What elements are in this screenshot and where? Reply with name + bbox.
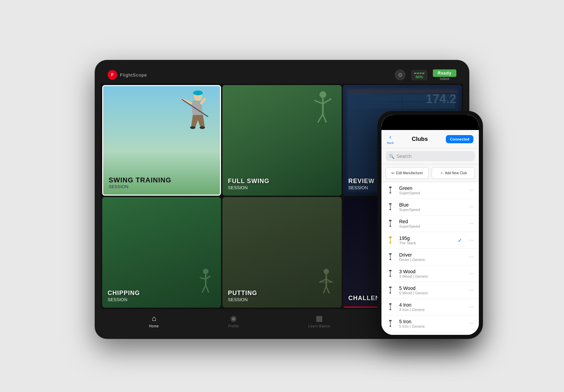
club-icon <box>386 185 395 195</box>
club-menu-icon[interactable]: ··· <box>468 254 475 260</box>
club-info: Driver Driver | Generic <box>399 252 464 262</box>
search-input-wrap[interactable]: 🔍 Search <box>386 151 475 161</box>
selected-checkmark-icon: ✓ <box>458 237 462 244</box>
tablet-logo: F FlightScope <box>108 70 147 80</box>
svg-line-10 <box>201 99 205 103</box>
svg-point-27 <box>389 186 392 188</box>
club-name: 3 Wood <box>399 269 464 274</box>
club-list-item[interactable]: Red SuperSpeed ··· <box>381 215 479 232</box>
club-list-item[interactable]: Green SuperSpeed ··· <box>381 182 479 199</box>
nav-home[interactable]: ⌂ Home <box>149 314 159 328</box>
club-menu-icon[interactable]: ··· <box>468 187 475 193</box>
club-icon <box>386 285 395 295</box>
club-info: 3 Wood 3 Wood | Generic <box>399 269 464 278</box>
svg-rect-35 <box>390 226 391 227</box>
back-arrow-icon: ‹ <box>389 133 391 141</box>
swing-training-sublabel: SESSION <box>109 184 171 189</box>
settings-icon[interactable]: ⚙ <box>395 69 406 80</box>
svg-rect-29 <box>390 192 391 193</box>
club-info: Red SuperSpeed <box>399 219 464 228</box>
phone-title: Clubs <box>412 136 428 143</box>
club-list-item[interactable]: Blue SuperSpeed ··· <box>381 199 479 215</box>
home-icon: ⌂ <box>152 314 156 323</box>
svg-point-30 <box>389 203 392 205</box>
tablet-header-right: ⚙ ▰▰▰▰ 84% Ready Indoor <box>395 69 456 81</box>
club-menu-icon[interactable]: ··· <box>468 220 475 227</box>
add-new-club-button[interactable]: ＋ Add New Club <box>432 167 475 179</box>
card-chipping[interactable]: CHIPPING SESSION <box>102 197 221 308</box>
club-name: 5 Wood <box>399 285 464 291</box>
club-menu-icon[interactable]: ··· <box>468 321 475 327</box>
club-menu-icon[interactable]: ··· <box>468 271 475 277</box>
svg-line-5 <box>323 114 326 122</box>
club-sub: The Stack <box>399 241 454 245</box>
phone-search: 🔍 Search <box>381 148 479 164</box>
svg-point-12 <box>190 126 195 129</box>
profile-icon: ◉ <box>230 314 237 323</box>
club-sub: 5 Wood | Generic <box>399 291 464 295</box>
putting-sublabel: SESSION <box>228 297 257 302</box>
club-list-item[interactable]: 3 Wood 3 Wood | Generic ··· <box>381 265 479 282</box>
battery-pct: 84% <box>414 75 425 79</box>
back-button[interactable]: ‹ Back <box>387 133 394 145</box>
svg-rect-53 <box>390 326 391 327</box>
svg-rect-50 <box>390 309 391 310</box>
club-list-item[interactable]: 4 Iron 4 Iron | Generic ··· <box>381 299 479 315</box>
svg-rect-26 <box>319 281 334 283</box>
svg-point-39 <box>389 253 392 255</box>
battery-block: ▰▰▰▰ 84% <box>411 70 427 80</box>
svg-line-3 <box>323 99 331 104</box>
club-name: 195g <box>399 235 454 241</box>
svg-rect-38 <box>390 242 391 243</box>
club-menu-icon[interactable]: ··· <box>468 304 475 310</box>
club-list-item[interactable]: 195g The Stack ✓ ··· <box>381 232 479 249</box>
connected-button[interactable]: Connected <box>446 135 473 143</box>
svg-line-24 <box>323 287 326 293</box>
club-info: 4 Iron 4 Iron | Generic <box>399 302 464 312</box>
club-info: Green SuperSpeed <box>399 185 464 195</box>
svg-line-19 <box>206 285 209 293</box>
clubs-list: Green SuperSpeed ··· Blue SuperSpeed ··· <box>381 182 479 335</box>
club-icon <box>386 302 395 312</box>
club-list-item[interactable]: 5 Wood 5 Wood | Generic ··· <box>381 282 479 299</box>
edit-manufacturer-button[interactable]: ✏ Edit Manufacturer <box>386 167 429 179</box>
battery-icon: ▰▰▰▰ <box>414 71 425 75</box>
club-menu-icon[interactable]: ··· <box>468 287 475 293</box>
club-name: Red <box>399 219 464 224</box>
club-icon <box>386 202 395 212</box>
tablet-header: F FlightScope ⚙ ▰▰▰▰ 84% Ready Indoor <box>101 66 463 84</box>
card-swing-training[interactable]: SWING TRAINING SESSION <box>102 85 221 196</box>
full-swing-label: FULL SWING <box>228 178 269 185</box>
club-list-item[interactable]: 6 Iron 6 Iron | Generic ··· <box>381 332 479 335</box>
phone-wrapper: ‹ Back Clubs Connected 🔍 Search ✏ <box>377 111 483 339</box>
svg-point-33 <box>389 220 392 222</box>
edit-icon: ✏ <box>391 171 395 176</box>
learn-icon: ▦ <box>316 314 323 323</box>
club-icon <box>386 219 395 228</box>
club-list-item[interactable]: Driver Driver | Generic ··· <box>381 249 479 265</box>
svg-point-42 <box>389 270 392 272</box>
card-putting[interactable]: PUTTING SESSION <box>222 197 341 308</box>
indoor-label: Indoor <box>433 77 456 81</box>
nav-learn[interactable]: ▦ Learn Basics <box>308 314 330 328</box>
club-menu-icon[interactable]: ··· <box>468 204 475 210</box>
club-icon <box>386 235 395 245</box>
logo-text: FlightScope <box>120 72 147 78</box>
club-name: 4 Iron <box>399 302 464 308</box>
club-sub: 4 Iron | Generic <box>399 308 464 312</box>
card-full-swing[interactable]: FULL SWING SESSION <box>222 85 341 196</box>
phone-actions: ✏ Edit Manufacturer ＋ Add New Club <box>381 164 479 182</box>
club-icon <box>386 319 395 328</box>
club-sub: SuperSpeed <box>399 191 464 195</box>
club-info: Blue SuperSpeed <box>399 202 464 212</box>
phone-notch-area <box>381 115 479 130</box>
search-placeholder-text: Search <box>396 153 411 159</box>
nav-profile[interactable]: ◉ Profile <box>228 314 239 328</box>
phone-screen: ‹ Back Clubs Connected 🔍 Search ✏ <box>381 115 479 335</box>
club-name: Driver <box>399 252 464 258</box>
club-menu-icon[interactable]: ··· <box>468 237 475 243</box>
search-glass-icon: 🔍 <box>389 154 394 159</box>
club-list-item[interactable]: 5 Iron 5 Iron | Generic ··· <box>381 315 479 332</box>
club-info: 5 Iron 5 Iron | Generic <box>399 319 464 328</box>
club-sub: 5 Iron | Generic <box>399 324 464 328</box>
